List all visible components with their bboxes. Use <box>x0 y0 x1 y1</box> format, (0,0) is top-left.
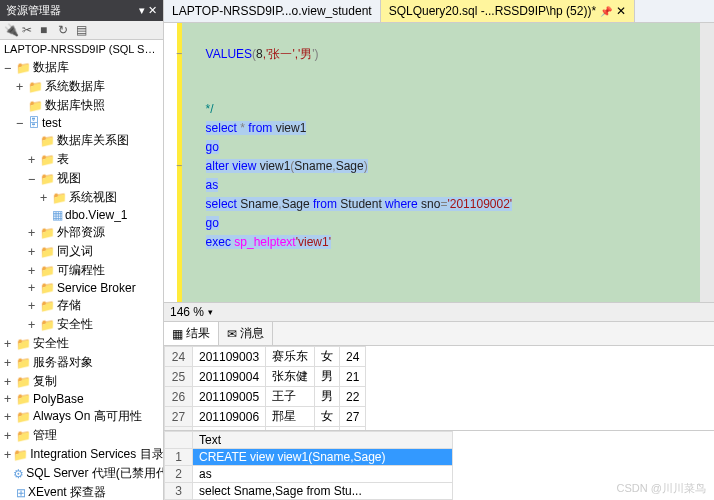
results-grid-1[interactable]: 24201109003赛乐东女2425201109004张东健男21262011… <box>164 345 714 430</box>
grid-icon: ▦ <box>172 327 183 341</box>
watermark: CSDN @川川菜鸟 <box>617 481 706 496</box>
table-row[interactable]: 25201109004张东健男21 <box>165 367 366 387</box>
filter-icon[interactable]: ▤ <box>76 23 90 37</box>
server-node[interactable]: LAPTOP-NRSSD9IP (SQL Server 15.0... <box>0 40 163 58</box>
document-tab[interactable]: SQLQuery20.sql -...RSSD9IP\hp (52))*📌✕ <box>381 0 635 22</box>
pin-icon[interactable]: 📌 <box>600 6 612 17</box>
tree-node[interactable]: +📁系统视图 <box>0 188 163 207</box>
stop-icon[interactable]: ■ <box>40 23 54 37</box>
zoom-value[interactable]: 146 % <box>170 305 204 319</box>
tree-node[interactable]: +📁服务器对象 <box>0 353 163 372</box>
code-area[interactable]: − VALUES(8,'张一','男') */ select * from vi… <box>182 23 714 302</box>
table-row[interactable]: 24201109003赛乐东女24 <box>165 347 366 367</box>
table-row[interactable]: 27201109006邢星女27 <box>165 407 366 427</box>
tree-node[interactable]: +📁安全性 <box>0 334 163 353</box>
tree-node[interactable]: −📁视图 <box>0 169 163 188</box>
tree-node[interactable]: +📁管理 <box>0 426 163 445</box>
sql-editor[interactable]: − VALUES(8,'张一','男') */ select * from vi… <box>164 23 714 302</box>
msg-icon: ✉ <box>227 327 237 341</box>
tree-node[interactable]: +📁外部资源 <box>0 223 163 242</box>
zoom-bar[interactable]: 146 %▾ <box>164 302 714 321</box>
tree-node[interactable]: 📁数据库快照 <box>0 96 163 115</box>
zoom-dropdown-icon[interactable]: ▾ <box>208 307 213 317</box>
table-row[interactable]: 26201109005王子男22 <box>165 387 366 407</box>
tree-node[interactable]: −🗄test <box>0 115 163 131</box>
tree-node[interactable]: +📁表 <box>0 150 163 169</box>
messages-tab[interactable]: ✉消息 <box>219 322 273 345</box>
main-area: LAPTOP-NRSSD9IP...o.view_studentSQLQuery… <box>164 0 714 500</box>
tree-node[interactable]: +📁Service Broker <box>0 280 163 296</box>
tree-node[interactable]: +📁安全性 <box>0 315 163 334</box>
sidebar-header-buttons[interactable]: ▾ ✕ <box>139 4 157 17</box>
tree-node[interactable]: +📁Integration Services 目录 <box>0 445 163 464</box>
tree-node[interactable]: +📁PolyBase <box>0 391 163 407</box>
tree-node[interactable]: 📁数据库关系图 <box>0 131 163 150</box>
sidebar-title: 资源管理器 <box>6 3 61 18</box>
table-row[interactable]: 2as <box>165 466 453 483</box>
tree-node[interactable]: +📁系统数据库 <box>0 77 163 96</box>
results-tab[interactable]: ▦结果 <box>164 322 219 345</box>
tree[interactable]: −📁数据库+📁系统数据库 📁数据库快照−🗄test 📁数据库关系图+📁表−📁视图… <box>0 58 163 500</box>
disconnect-icon[interactable]: ✂ <box>22 23 36 37</box>
tree-node[interactable]: +📁复制 <box>0 372 163 391</box>
document-tab[interactable]: LAPTOP-NRSSD9IP...o.view_student <box>164 0 381 22</box>
tree-node[interactable]: −📁数据库 <box>0 58 163 77</box>
tree-node[interactable]: +📁同义词 <box>0 242 163 261</box>
refresh-icon[interactable]: ↻ <box>58 23 72 37</box>
table-row[interactable]: 1CREATE view view1(Sname,Sage) <box>165 449 453 466</box>
tree-node[interactable]: ⚙SQL Server 代理(已禁用代理 XP) <box>0 464 163 483</box>
table-row[interactable]: 3 select Sname,Sage from Stu... <box>165 483 453 500</box>
tree-node[interactable]: ⊞XEvent 探查器 <box>0 483 163 500</box>
sidebar-header: 资源管理器 ▾ ✕ <box>0 0 163 21</box>
sidebar-toolbar[interactable]: 🔌 ✂ ■ ↻ ▤ <box>0 21 163 40</box>
tree-node[interactable]: ▦dbo.View_1 <box>0 207 163 223</box>
connect-icon[interactable]: 🔌 <box>4 23 18 37</box>
tree-node[interactable]: +📁Always On 高可用性 <box>0 407 163 426</box>
t: VALUES <box>206 47 252 61</box>
document-tabs[interactable]: LAPTOP-NRSSD9IP...o.view_studentSQLQuery… <box>164 0 714 23</box>
tree-node[interactable]: +📁存储 <box>0 296 163 315</box>
tree-node[interactable]: +📁可编程性 <box>0 261 163 280</box>
object-explorer: 资源管理器 ▾ ✕ 🔌 ✂ ■ ↻ ▤ LAPTOP-NRSSD9IP (SQL… <box>0 0 164 500</box>
results-tabs[interactable]: ▦结果 ✉消息 <box>164 321 714 345</box>
close-tab-icon[interactable]: ✕ <box>616 4 626 18</box>
scrollbar[interactable] <box>700 23 714 302</box>
